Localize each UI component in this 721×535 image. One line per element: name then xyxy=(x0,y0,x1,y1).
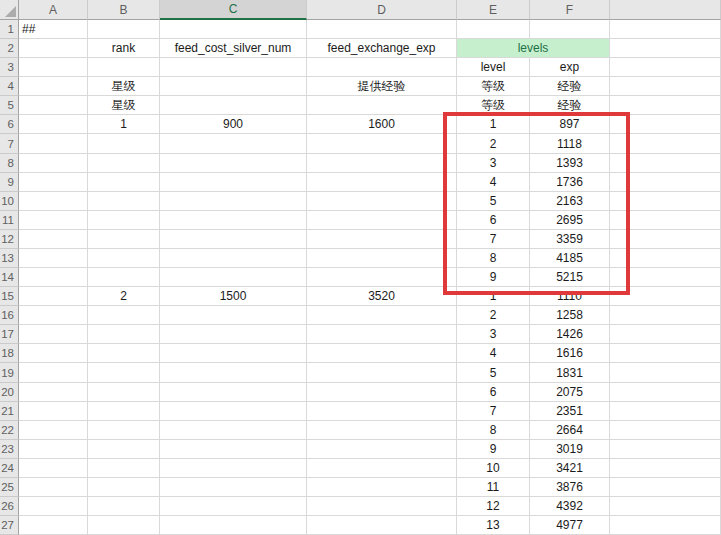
row-header-25[interactable]: 25 xyxy=(0,478,19,497)
cell-D1[interactable] xyxy=(307,20,457,39)
cell-D16[interactable] xyxy=(307,306,457,325)
cell-D27[interactable] xyxy=(307,516,457,535)
cell-F20[interactable]: 2075 xyxy=(530,383,610,402)
row-header-22[interactable]: 22 xyxy=(0,421,19,440)
cell-C4[interactable] xyxy=(160,77,307,96)
cell-E6[interactable]: 1 xyxy=(457,115,530,134)
cell-A6[interactable] xyxy=(19,115,88,134)
cell-C14[interactable] xyxy=(160,268,307,287)
cell-F14[interactable]: 5215 xyxy=(530,268,610,287)
cell-C10[interactable] xyxy=(160,192,307,211)
cell-F21[interactable]: 2351 xyxy=(530,402,610,421)
cell-B22[interactable] xyxy=(88,421,160,440)
cell-G8[interactable] xyxy=(610,154,721,173)
cell-A20[interactable] xyxy=(19,383,88,402)
row-header-2[interactable]: 2 xyxy=(0,39,19,58)
cell-B12[interactable] xyxy=(88,230,160,249)
cell-A8[interactable] xyxy=(19,154,88,173)
row-header-6[interactable]: 6 xyxy=(0,115,19,134)
cell-B26[interactable] xyxy=(88,497,160,516)
cell-D17[interactable] xyxy=(307,325,457,344)
cell-G13[interactable] xyxy=(610,249,721,268)
cell-D22[interactable] xyxy=(307,421,457,440)
cell-B23[interactable] xyxy=(88,440,160,459)
cell-C1[interactable] xyxy=(160,20,307,39)
row-header-4[interactable]: 4 xyxy=(0,77,19,96)
cell-B10[interactable] xyxy=(88,192,160,211)
cell-C13[interactable] xyxy=(160,249,307,268)
cell-F22[interactable]: 2664 xyxy=(530,421,610,440)
cell-E5[interactable]: 等级 xyxy=(457,96,530,115)
cell-C24[interactable] xyxy=(160,459,307,478)
cell-D2[interactable]: feed_exchange_exp xyxy=(307,39,457,58)
cell-A3[interactable] xyxy=(19,58,88,77)
cell-E12[interactable]: 7 xyxy=(457,230,530,249)
cell-C27[interactable] xyxy=(160,516,307,535)
cell-D26[interactable] xyxy=(307,497,457,516)
row-header-7[interactable]: 7 xyxy=(0,134,19,154)
cell-C15[interactable]: 1500 xyxy=(160,287,307,306)
cell-C21[interactable] xyxy=(160,402,307,421)
cell-C7[interactable] xyxy=(160,134,307,154)
cell-C18[interactable] xyxy=(160,344,307,363)
cell-C12[interactable] xyxy=(160,230,307,249)
cell-B1[interactable] xyxy=(88,20,160,39)
cell-E4[interactable]: 等级 xyxy=(457,77,530,96)
row-header-27[interactable]: 27 xyxy=(0,516,19,535)
row-header-9[interactable]: 9 xyxy=(0,173,19,192)
cell-B11[interactable] xyxy=(88,211,160,230)
cell-D8[interactable] xyxy=(307,154,457,173)
cell-A19[interactable] xyxy=(19,363,88,383)
cell-G15[interactable] xyxy=(610,287,721,306)
row-header-26[interactable]: 26 xyxy=(0,497,19,516)
cell-E15[interactable]: 1 xyxy=(457,287,530,306)
cell-E19[interactable]: 5 xyxy=(457,363,530,383)
row-header-21[interactable]: 21 xyxy=(0,402,19,421)
cell-F27[interactable]: 4977 xyxy=(530,516,610,535)
row-header-10[interactable]: 10 xyxy=(0,192,19,211)
cell-F7[interactable]: 1118 xyxy=(530,134,610,154)
cell-A17[interactable] xyxy=(19,325,88,344)
cell-A5[interactable] xyxy=(19,96,88,115)
select-all-corner[interactable] xyxy=(0,0,19,20)
cell-G1[interactable] xyxy=(610,20,721,39)
cell-C9[interactable] xyxy=(160,173,307,192)
cell-F19[interactable]: 1831 xyxy=(530,363,610,383)
cell-E18[interactable]: 4 xyxy=(457,344,530,363)
cell-E8[interactable]: 3 xyxy=(457,154,530,173)
cell-B24[interactable] xyxy=(88,459,160,478)
cell-C19[interactable] xyxy=(160,363,307,383)
cell-E3[interactable]: level xyxy=(457,58,530,77)
cell-C16[interactable] xyxy=(160,306,307,325)
row-header-23[interactable]: 23 xyxy=(0,440,19,459)
column-header-B[interactable]: B xyxy=(88,0,160,20)
cell-C2[interactable]: feed_cost_silver_num xyxy=(160,39,307,58)
cell-C25[interactable] xyxy=(160,478,307,497)
cell-B2[interactable]: rank xyxy=(88,39,160,58)
cell-F1[interactable] xyxy=(530,20,610,39)
cell-D5[interactable] xyxy=(307,96,457,115)
cell-E24[interactable]: 10 xyxy=(457,459,530,478)
cell-D13[interactable] xyxy=(307,249,457,268)
cell-B9[interactable] xyxy=(88,173,160,192)
cell-G27[interactable] xyxy=(610,516,721,535)
row-header-12[interactable]: 12 xyxy=(0,230,19,249)
cell-A26[interactable] xyxy=(19,497,88,516)
cell-G10[interactable] xyxy=(610,192,721,211)
cell-C8[interactable] xyxy=(160,154,307,173)
cell-A24[interactable] xyxy=(19,459,88,478)
cell-B20[interactable] xyxy=(88,383,160,402)
row-header-14[interactable]: 14 xyxy=(0,268,19,287)
cell-D7[interactable] xyxy=(307,134,457,154)
cell-E20[interactable]: 6 xyxy=(457,383,530,402)
cell-A15[interactable] xyxy=(19,287,88,306)
cell-G4[interactable] xyxy=(610,77,721,96)
cell-D25[interactable] xyxy=(307,478,457,497)
cell-E13[interactable]: 8 xyxy=(457,249,530,268)
cell-F3[interactable]: exp xyxy=(530,58,610,77)
cell-E14[interactable]: 9 xyxy=(457,268,530,287)
cell-G7[interactable] xyxy=(610,134,721,154)
cell-E9[interactable]: 4 xyxy=(457,173,530,192)
cell-B13[interactable] xyxy=(88,249,160,268)
cell-G2[interactable] xyxy=(610,39,721,58)
